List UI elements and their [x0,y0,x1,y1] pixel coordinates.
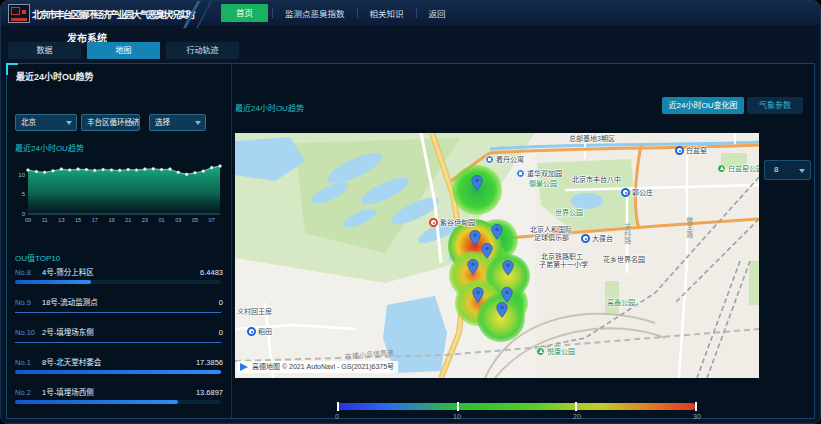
metro-icon [247,327,256,336]
legend-tick [457,402,459,411]
map-label: 子弟第十一小学 [539,261,588,269]
hour-select[interactable]: 8 [764,160,811,180]
svg-text:10: 10 [18,172,25,178]
row-name: 18号-流动监测点 [42,296,219,307]
app-window: 北京市丰台区循环经济产业园大气恶臭状况实时 首页监测点恶臭指数相关知识返回 发布… [0,0,821,424]
trend-chart: 0510091113151719212301030507 [11,150,225,230]
svg-text:23: 23 [142,217,148,223]
nav-item-3[interactable]: 返回 [417,7,458,19]
row-bar-track [15,280,221,284]
nav-item-0[interactable]: 首页 [221,4,268,22]
map-label-text: 白盆窑公园 [728,165,759,173]
legend-tick [695,402,697,411]
svg-text:5: 5 [22,191,26,197]
publish-tabs: 数据地图行动轨迹 [8,42,239,59]
heat-legend-gradient [337,403,695,410]
map-label-text: 重华双加园 [527,170,562,178]
logo-placeholder-icon [8,4,30,23]
row-value: 6.4483 [200,268,223,277]
map-section-label: 最近24小时OU趋势 [235,102,304,113]
map-label: 足球俱乐部 [534,234,569,242]
chevron-down-icon [129,121,135,125]
nav-item-2[interactable]: 相关知识 [358,7,416,19]
region-select-2[interactable]: 选择 [149,114,206,131]
publish-tab-2[interactable]: 行动轨迹 [166,42,239,59]
legend-tick-label: 0 [335,413,339,420]
metro-icon [675,146,684,155]
map-mode-button-1[interactable]: 气象参数 [747,97,803,114]
row-rank: No.10 [15,328,42,337]
map-label-text: 北京市丰台八中 [572,176,621,184]
map-label-text: 御景公园 [529,180,557,188]
svg-text:17: 17 [92,217,98,223]
row-bar-track [15,400,221,404]
select-value: 北京 [21,118,36,127]
map-label: 北京人和国际 [530,226,572,234]
top-list: No.84号-筛分上料区6.4483No.918号-流动监测点0No.102号-… [15,262,223,412]
row-value: 0 [219,328,223,337]
building-icon [516,169,525,178]
map-label-text: 花乡世界名园 [603,256,645,264]
map-label: 樊羊路 [685,217,693,238]
publish-tab-0[interactable]: 数据 [8,42,81,59]
row-name: 2号-填埋场东侧 [42,326,219,337]
row-rank: No.9 [15,298,42,307]
row-value: 17.3856 [196,358,223,367]
park-icon [717,164,726,173]
map-mode-button-0[interactable]: 近24小时OU变化图 [662,97,744,114]
building-icon [485,155,494,164]
row-rank: No.2 [15,388,42,397]
metro-icon [621,188,630,197]
map-label: 义村回王房 [237,308,272,316]
top-list-row: No.21号-填埋场西侧13.6897 [15,382,223,412]
svg-text:21: 21 [125,217,131,223]
row-bar [15,400,178,404]
vertical-divider [231,64,232,418]
svg-text:03: 03 [175,217,181,223]
chevron-down-icon [66,121,72,125]
row-bar [15,370,221,374]
map-attribution: 高德地图 © 2021 AutoNavi - GS(2021)6375号 [237,361,398,373]
publish-tab-1[interactable]: 地图 [87,42,160,59]
nav-item-1[interactable]: 监测点恶臭指数 [273,7,357,19]
select-value: 选择 [155,118,170,127]
legend-tick [575,402,577,411]
map-canvas[interactable]: 看丹公寓重华双加园御景公园总部基地3期区北京市丰台八中郭公庄白盆窑白盆窑公园丰科… [235,133,759,378]
map-label-text: 义村回王房 [237,308,272,316]
map-label-text: 足球俱乐部 [534,234,569,242]
map-label-text: 大葆台 [592,235,613,243]
map-label: 重华双加园 [516,169,562,178]
map-label-text: 高鑫公园 [607,299,635,307]
region-select-0[interactable]: 北京 [15,114,77,131]
row-value: 13.6897 [196,388,223,397]
row-bar-track [15,370,221,374]
top-list-row: No.102号-填埋场东侧0 [15,322,223,352]
map-label: 郭公庄 [621,188,653,197]
top-list-row: No.918号-流动监测点0 [15,292,223,322]
heat-legend: 0102030 [337,402,697,424]
svg-text:07: 07 [209,217,215,223]
legend-tick-label: 10 [453,413,461,420]
svg-text:13: 13 [58,217,64,223]
svg-text:01: 01 [159,217,165,223]
chevron-down-icon [799,169,805,173]
map-label-text: 看丹公寓 [496,156,524,164]
svg-text:11: 11 [42,217,48,223]
row-name: 8号-北天堂村委会 [42,356,196,367]
row-rank: No.8 [15,268,42,277]
row-rank: No.1 [15,358,42,367]
map-label-text: 紫谷伊甸园 [440,219,475,227]
panel-title: 最近24小时OU趋势 [16,70,94,83]
map-label: 北京市丰台八中 [572,176,621,184]
map-label-text: 樊羊路 [685,217,693,238]
main-nav: 首页监测点恶臭指数相关知识返回 [217,1,458,25]
svg-text:19: 19 [108,217,114,223]
map-label-text: 悦康公园 [547,348,575,356]
park-icon [536,347,545,356]
main-panel: 最近24小时OU趋势 北京丰台区循环经济产选择 最近24小时OU趋势 05100… [6,63,815,419]
map-label: 花乡世界名园 [603,256,645,264]
row-name: 1号-填埋场西侧 [42,386,196,397]
top-list-row: No.18号-北天堂村委会17.3856 [15,352,223,382]
svg-text:15: 15 [75,217,81,223]
region-select-1[interactable]: 丰台区循环经济产 [81,114,140,131]
